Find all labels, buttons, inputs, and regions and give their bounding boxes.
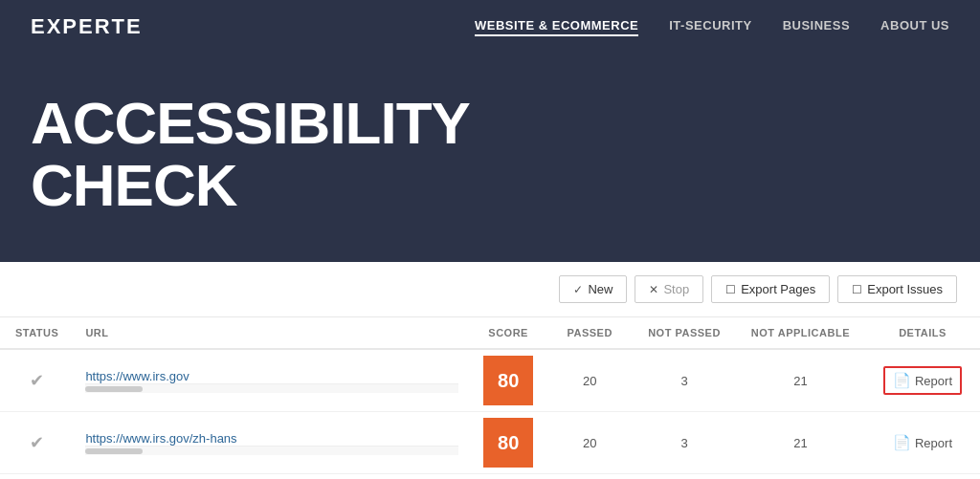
report-icon-0: 📄 — [893, 372, 911, 389]
report-icon-1: 📄 — [893, 434, 911, 451]
url-scrollbar-1[interactable] — [85, 446, 458, 455]
cell-details-2: 📄 Report — [865, 474, 980, 479]
cell-score-1: 80 — [470, 412, 546, 474]
cell-url-1: https://www.irs.gov/zh-hans — [74, 412, 470, 474]
cell-notpassed-1: 3 — [633, 412, 736, 474]
results-table: STATUS URL SCORE PASSED NOT PASSED NOT A… — [0, 317, 980, 479]
cell-notapplicable-1: 21 — [736, 412, 865, 474]
stop-button[interactable]: ✕ Stop — [635, 275, 703, 303]
cell-url-2: https://www.irs.gov/es — [74, 474, 470, 479]
cell-details-1: 📄 Report — [865, 412, 980, 474]
col-header-notpassed: NOT PASSED — [633, 317, 736, 349]
url-scrollbar-0[interactable] — [85, 383, 458, 393]
cell-status-1: ✔ — [0, 412, 74, 474]
cell-notapplicable-2: 21 — [736, 474, 865, 479]
export-issues-button[interactable]: ☐ Export Issues — [837, 275, 957, 303]
url-link-0[interactable]: https://www.irs.gov — [85, 369, 458, 383]
url-link-1[interactable]: https://www.irs.gov/zh-hans — [85, 431, 458, 446]
main-content: ✓ New ✕ Stop ☐ Export Pages ☐ Export Iss… — [0, 262, 980, 479]
cell-status-0: ✔ — [0, 349, 74, 412]
nav-item-about[interactable]: ABOUT US — [880, 18, 949, 36]
col-header-url: URL — [74, 317, 470, 349]
nav-item-website[interactable]: WEBSITE & ECOMMERCE — [475, 18, 638, 36]
cell-notpassed-0: 3 — [633, 349, 736, 412]
score-badge-1: 80 — [483, 418, 533, 468]
toolbar: ✓ New ✕ Stop ☐ Export Pages ☐ Export Iss… — [0, 262, 980, 317]
check-icon: ✓ — [573, 283, 583, 296]
cell-notpassed-2: 3 — [633, 474, 736, 479]
export-issues-icon: ☐ — [852, 283, 862, 296]
cell-score-0: 80 — [470, 349, 546, 412]
status-check-icon-1: ✔ — [30, 433, 44, 452]
col-header-passed: PASSED — [546, 317, 633, 349]
url-scrollbar-thumb-1 — [85, 448, 143, 454]
export-pages-button[interactable]: ☐ Export Pages — [711, 275, 830, 303]
table-row: ✔ https://www.irs.gov/es 80 20 3 21 📄 Re… — [0, 474, 980, 479]
nav-item-itsecurity[interactable]: IT-SECURITY — [669, 18, 751, 36]
report-button-0[interactable]: 📄 Report — [883, 366, 962, 395]
cell-passed-1: 20 — [546, 412, 633, 474]
table-row: ✔ https://www.irs.gov 80 20 3 21 📄 Repor… — [0, 349, 980, 412]
hero-title: ACCESSIBILITY CHECK — [31, 92, 949, 216]
new-button[interactable]: ✓ New — [559, 275, 627, 303]
cell-passed-0: 20 — [546, 349, 633, 412]
col-header-status: STATUS — [0, 317, 74, 349]
col-header-notapplicable: NOT APPLICABLE — [736, 317, 865, 349]
score-badge-0: 80 — [483, 356, 533, 405]
table-row: ✔ https://www.irs.gov/zh-hans 80 20 3 21… — [0, 412, 980, 474]
table-header-row: STATUS URL SCORE PASSED NOT PASSED NOT A… — [0, 317, 980, 349]
cell-notapplicable-0: 21 — [736, 349, 865, 412]
header: EXPERTE WEBSITE & ECOMMERCE IT-SECURITY … — [0, 0, 980, 54]
cell-passed-2: 20 — [546, 474, 633, 479]
col-header-score: SCORE — [470, 317, 546, 349]
x-icon: ✕ — [649, 283, 658, 296]
report-button-1[interactable]: 📄 Report — [893, 434, 952, 451]
nav-item-business[interactable]: BUSINESS — [783, 18, 850, 36]
cell-url-0: https://www.irs.gov — [74, 349, 470, 412]
cell-status-2: ✔ — [0, 474, 74, 479]
export-pages-icon: ☐ — [725, 283, 736, 296]
url-scrollbar-thumb-0 — [85, 386, 143, 392]
results-table-wrap: STATUS URL SCORE PASSED NOT PASSED NOT A… — [0, 317, 980, 479]
status-check-icon-0: ✔ — [30, 371, 44, 390]
cell-score-2: 80 — [470, 474, 546, 479]
main-nav: WEBSITE & ECOMMERCE IT-SECURITY BUSINESS… — [475, 18, 949, 36]
col-header-details: DETAILS — [865, 317, 980, 349]
hero-section: ACCESSIBILITY CHECK — [0, 54, 980, 262]
logo: EXPERTE — [31, 14, 143, 39]
cell-details-0: 📄 Report — [865, 349, 980, 412]
